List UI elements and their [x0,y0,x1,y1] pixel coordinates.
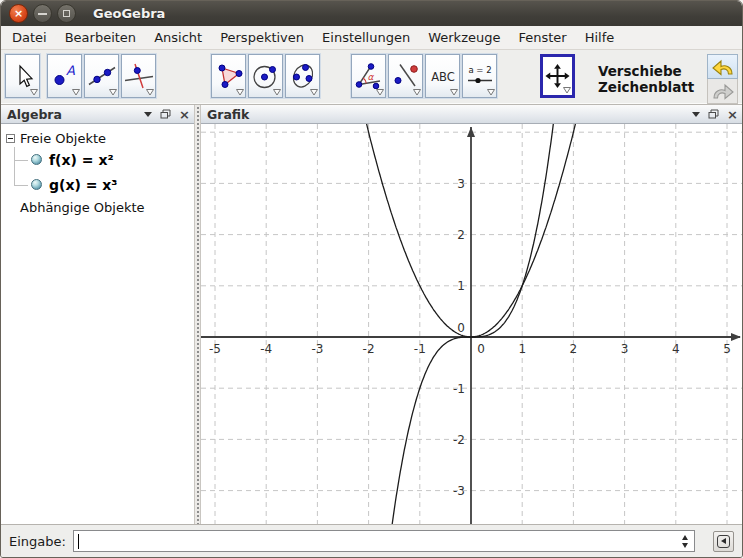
line-icon [87,63,117,89]
object-expression: g(x) = x³ [49,177,118,193]
panel-splitter[interactable] [194,105,201,524]
pointer-icon [8,63,38,89]
tool-ellipse[interactable] [285,54,320,98]
algebra-detach-icon[interactable] [160,109,171,119]
tool-dropdown-icon[interactable] [487,89,495,96]
window-title: GeoGebra [93,6,165,21]
input-help-toggle-button[interactable] [713,531,734,552]
tool-new-point[interactable]: A [47,54,82,98]
perpendicular-line-icon [124,63,154,89]
point-label: A [66,63,75,78]
tool-dropdown-icon[interactable] [236,89,244,96]
input-history-spinner[interactable] [680,535,690,548]
menu-einstellungen[interactable]: Einstellungen [313,27,419,48]
tool-dropdown-icon[interactable] [273,89,281,96]
input-label: Eingabe: [9,534,66,549]
svg-text:3: 3 [457,177,465,191]
tool-angle[interactable]: α [351,54,386,98]
tool-move-pointer[interactable] [5,54,40,98]
svg-text:-1: -1 [453,382,465,396]
title-bar: × GeoGebra [1,1,742,26]
tool-dropdown-icon[interactable] [146,89,154,96]
graphics-canvas[interactable]: -5-4-3-2-1012345-3-2-10123 [201,124,742,524]
algebra-object-row[interactable]: f(x) = x² [10,147,194,172]
window-minimize-button[interactable] [33,4,52,23]
tool-dropdown-icon[interactable] [72,89,80,96]
menu-datei[interactable]: Datei [3,27,56,48]
command-input[interactable] [73,530,695,552]
move-canvas-icon [543,63,572,89]
graphics-panel: Grafik × -5-4-3-2-1012345-3-2-10123 [201,105,742,524]
tool-perpendicular-line[interactable] [121,54,156,98]
tool-dropdown-icon[interactable] [310,89,318,96]
text-abc-icon: ABC [428,63,458,89]
mirror-icon [391,63,421,89]
algebra-menu-icon[interactable] [144,112,152,117]
algebra-panel-body: Freie Objekte f(x) = x²g(x) = x³ Abhängi… [1,124,194,524]
menu-ansicht[interactable]: Ansicht [145,27,211,48]
window-maximize-button[interactable] [57,4,76,23]
svg-text:4: 4 [672,342,680,356]
free-objects-label: Freie Objekte [20,131,106,146]
active-tool-name: Verschiebe Zeichenblatt [598,63,694,95]
tool-line-two-points[interactable] [84,54,119,98]
svg-text:1: 1 [518,342,526,356]
graphics-menu-icon[interactable] [692,112,700,117]
graphics-detach-icon[interactable] [708,109,719,119]
tool-polygon[interactable] [211,54,246,98]
svg-text:3: 3 [621,342,629,356]
menu-werkzeuge[interactable]: Werkzeuge [419,27,509,48]
tool-insert-text[interactable]: ABC [425,54,460,98]
spinner-down-icon[interactable] [682,543,688,548]
menu-fenster[interactable]: Fenster [509,27,575,48]
geogebra-window: × GeoGebra DateiBearbeitenAnsichtPerspek… [0,0,743,558]
redo-button[interactable] [707,79,738,104]
svg-text:2: 2 [457,228,465,242]
svg-text:-4: -4 [260,342,272,356]
tool-dropdown-icon[interactable] [450,89,458,96]
tool-circle-center-point[interactable] [248,54,283,98]
dependent-objects-section: Abhängige Objekte [6,197,194,217]
svg-text:2: 2 [570,342,578,356]
input-bar: Eingabe: [1,524,742,557]
tool-move-graphics-view[interactable] [540,54,575,98]
algebra-panel-title: Algebra [7,107,144,122]
collapse-toggle-icon[interactable] [6,134,15,143]
dependent-objects-label: Abhängige Objekte [20,200,145,215]
tool-mirror-object[interactable] [388,54,423,98]
graphics-close-icon[interactable]: × [727,108,738,121]
text-caret [78,534,79,549]
menu-bar: DateiBearbeitenAnsichtPerspektivenEinste… [1,26,742,50]
maximize-icon [63,10,70,17]
tool-dropdown-icon[interactable] [376,89,384,96]
algebra-panel: Algebra × Freie Objekte f(x) = x² [1,105,194,524]
svg-text:-5: -5 [209,342,221,356]
svg-text:0: 0 [457,321,465,335]
tool-dropdown-icon[interactable] [563,87,571,94]
close-icon: × [14,8,23,19]
circle-icon [251,63,281,89]
tool-dropdown-icon[interactable] [109,89,117,96]
menu-perspektiven[interactable]: Perspektiven [211,27,313,48]
algebra-object-row[interactable]: g(x) = x³ [10,172,194,197]
undo-icon [711,57,735,77]
angle-label: α [367,72,374,82]
algebra-close-icon[interactable]: × [179,108,190,121]
undo-button[interactable] [707,54,738,79]
graphics-view: -5-4-3-2-1012345-3-2-10123 [201,124,742,524]
svg-text:-1: -1 [414,342,426,356]
slider-label: a = 2 [468,65,491,75]
object-visibility-marble-icon[interactable] [31,179,42,190]
graphics-panel-title: Grafik [207,107,692,122]
window-close-button[interactable]: × [9,4,28,23]
tool-dropdown-icon[interactable] [30,89,38,96]
menu-hilfe[interactable]: Hilfe [576,27,624,48]
menu-bearbeiten[interactable]: Bearbeiten [56,27,145,48]
tool-slider[interactable]: a = 2 [462,54,497,98]
tool-dropdown-icon[interactable] [413,89,421,96]
object-expression: f(x) = x² [49,152,114,168]
spinner-up-icon[interactable] [682,535,688,540]
svg-text:0: 0 [477,342,485,356]
object-visibility-marble-icon[interactable] [31,154,42,165]
minimize-icon [38,13,47,15]
